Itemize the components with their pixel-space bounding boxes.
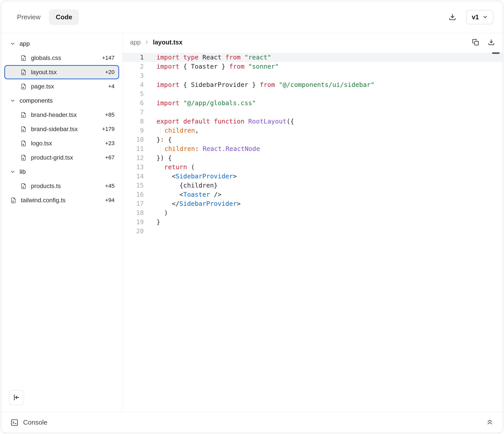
diff-count-badge: +20	[105, 69, 115, 75]
code-line-19[interactable]: 19}	[122, 218, 503, 227]
code-line-3[interactable]: 3	[122, 71, 503, 80]
code-line-17[interactable]: 17 </SidebarProvider>	[122, 199, 503, 208]
diff-count-badge: +67	[105, 154, 115, 161]
file-actions	[472, 38, 495, 46]
line-content: }: {	[144, 135, 172, 144]
diff-count-badge: +179	[102, 126, 115, 132]
diff-count-badge: +85	[105, 112, 115, 118]
code-line-12[interactable]: 12}) {	[122, 153, 503, 163]
toolbar-actions: v1	[448, 10, 494, 24]
file-label: tailwind.config.ts	[21, 197, 66, 204]
chevron-down-icon	[482, 14, 488, 20]
file-label: layout.tsx	[31, 69, 57, 76]
download-code-button[interactable]	[487, 38, 495, 46]
line-content: <Toaster />	[144, 190, 222, 199]
code-line-16[interactable]: 16 <Toaster />	[122, 190, 503, 199]
code-line-13[interactable]: 13 return (	[122, 163, 503, 172]
download-icon	[487, 38, 495, 46]
file-icon	[20, 69, 27, 76]
diff-count-badge: +147	[102, 55, 115, 61]
file-logo.tsx[interactable]: logo.tsx+23	[4, 136, 119, 150]
version-dropdown[interactable]: v1	[466, 10, 494, 24]
code-editor[interactable]: 1import type React from "react"2import {…	[122, 51, 503, 412]
code-line-4[interactable]: 4import { SidebarProvider } from "@/comp…	[122, 80, 503, 89]
line-content: import { SidebarProvider } from "@/compo…	[144, 80, 374, 89]
file-layout.tsx[interactable]: layout.tsx+20	[4, 65, 119, 79]
copy-icon	[472, 38, 479, 46]
collapse-sidebar-icon	[13, 394, 20, 402]
file-page.tsx[interactable]: page.tsx+4	[4, 79, 119, 94]
line-number: 5	[122, 89, 144, 99]
line-number: 2	[122, 62, 144, 71]
line-content: import "@/app/globals.css"	[144, 99, 256, 108]
line-content: children,	[144, 126, 199, 135]
code-line-6[interactable]: 6import "@/app/globals.css"	[122, 99, 503, 108]
line-number: 16	[122, 190, 144, 199]
code-line-2[interactable]: 2import { Toaster } from "sonner"	[122, 62, 503, 71]
copy-code-button[interactable]	[472, 38, 479, 46]
line-number: 13	[122, 163, 144, 172]
file-products.ts[interactable]: products.ts+45	[4, 179, 119, 193]
diff-count-badge: +94	[105, 197, 115, 204]
code-line-5[interactable]: 5	[122, 89, 503, 99]
file-icon	[10, 197, 17, 204]
breadcrumb-file: layout.tsx	[153, 39, 183, 46]
folder-lib[interactable]: lib	[4, 165, 119, 179]
file-brand-sidebar.tsx[interactable]: brand-sidebar.tsx+179	[4, 122, 119, 136]
expand-console-button[interactable]	[486, 418, 494, 427]
console-bar[interactable]: Console	[1, 412, 503, 433]
file-icon	[20, 154, 27, 161]
chevron-right-icon	[144, 40, 149, 45]
code-line-15[interactable]: 15 {children}	[122, 181, 503, 190]
line-number: 9	[122, 126, 144, 135]
code-line-18[interactable]: 18 )	[122, 208, 503, 218]
line-content	[144, 108, 156, 117]
diff-count-badge: +45	[105, 183, 115, 189]
folder-label: app	[20, 40, 30, 47]
line-content: import type React from "react"	[144, 53, 271, 62]
line-number: 12	[122, 153, 144, 163]
file-label: product-grid.tsx	[31, 154, 73, 161]
code-line-20[interactable]: 20	[122, 227, 503, 236]
line-number: 19	[122, 218, 144, 227]
tab-code[interactable]: Code	[49, 9, 79, 25]
file-label: page.tsx	[31, 83, 54, 90]
version-label: v1	[472, 13, 479, 21]
line-content: }	[144, 218, 160, 227]
tab-preview[interactable]: Preview	[10, 9, 47, 25]
file-tailwind.config.ts[interactable]: tailwind.config.ts+94	[4, 193, 119, 207]
download-button[interactable]	[448, 13, 456, 21]
line-number: 18	[122, 208, 144, 218]
code-view: app layout.tsx	[122, 33, 503, 412]
file-tree: appglobals.css+147layout.tsx+20page.tsx+…	[4, 37, 119, 207]
code-line-10[interactable]: 10}: {	[122, 135, 503, 144]
line-number: 11	[122, 144, 144, 153]
file-brand-header.tsx[interactable]: brand-header.tsx+85	[4, 108, 119, 122]
code-line-1[interactable]: 1import type React from "react"	[122, 53, 503, 62]
code-line-14[interactable]: 14 <SidebarProvider>	[122, 172, 503, 181]
code-line-9[interactable]: 9 children,	[122, 126, 503, 135]
line-content: )	[144, 208, 168, 218]
file-icon	[20, 83, 27, 90]
file-label: globals.css	[31, 54, 61, 61]
line-number: 8	[122, 117, 144, 126]
download-icon	[448, 13, 456, 21]
file-icon	[20, 55, 27, 61]
collapse-sidebar-button[interactable]	[9, 390, 24, 405]
file-product-grid.tsx[interactable]: product-grid.tsx+67	[4, 150, 119, 165]
folder-components[interactable]: components	[4, 94, 119, 108]
breadcrumb-folder[interactable]: app	[130, 39, 141, 46]
line-number: 10	[122, 135, 144, 144]
line-number: 15	[122, 181, 144, 190]
scrollbar-thumb[interactable]	[492, 52, 500, 54]
file-globals.css[interactable]: globals.css+147	[4, 51, 119, 65]
folder-app[interactable]: app	[4, 37, 119, 51]
file-icon	[20, 140, 27, 147]
code-line-7[interactable]: 7	[122, 108, 503, 117]
line-content: <SidebarProvider>	[144, 172, 237, 181]
breadcrumb: app layout.tsx	[122, 33, 503, 51]
code-line-11[interactable]: 11 children: React.ReactNode	[122, 144, 503, 153]
diff-count-badge: +23	[105, 140, 115, 147]
code-line-8[interactable]: 8export default function RootLayout({	[122, 117, 503, 126]
toolbar: Preview Code v1	[1, 1, 503, 33]
